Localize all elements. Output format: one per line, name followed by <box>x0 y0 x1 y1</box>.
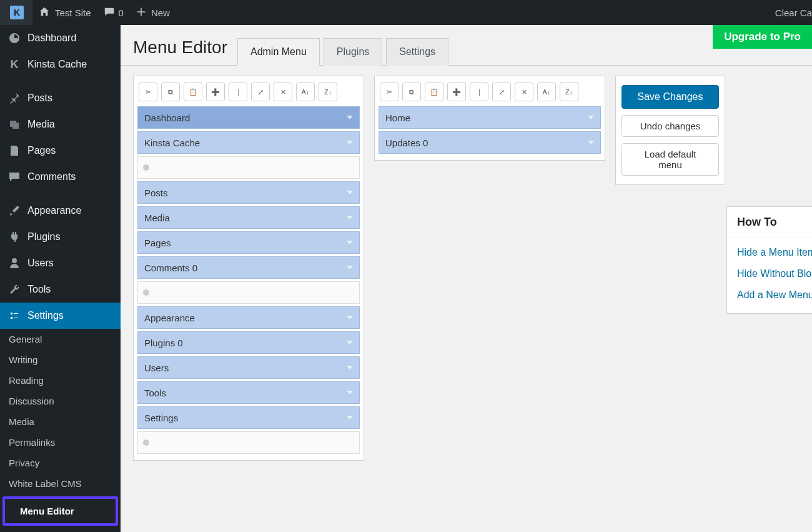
new-label: New <box>151 8 170 18</box>
site-link[interactable]: Test Site <box>32 0 97 25</box>
comments-link[interactable]: 0 <box>97 0 130 25</box>
admin-bar: K Test Site 0 New Clear Ca <box>0 0 812 25</box>
new-link[interactable]: New <box>130 0 176 25</box>
comment-icon <box>104 6 115 19</box>
clear-cache-label: Clear Ca <box>775 8 812 18</box>
clear-cache-link[interactable]: Clear Ca <box>769 0 812 25</box>
home-icon <box>39 6 50 19</box>
kinsta-logo[interactable]: K <box>0 0 32 25</box>
comments-count: 0 <box>119 8 124 18</box>
plus-icon <box>136 7 146 19</box>
site-name: Test Site <box>55 8 91 18</box>
